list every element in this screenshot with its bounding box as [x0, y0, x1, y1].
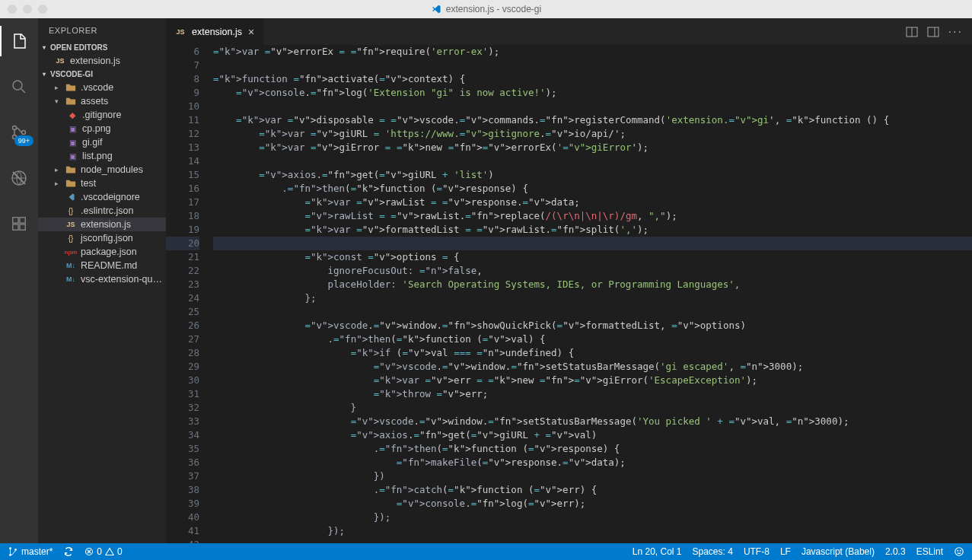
file-label: .gitignore [82, 110, 121, 120]
explorer-sidebar: EXPLORER OPEN EDITORS JS extension.js VS… [38, 18, 166, 543]
maximize-window-icon[interactable] [38, 5, 47, 14]
open-editor-item[interactable]: JS extension.js [38, 54, 166, 68]
file-row[interactable]: ▣list.png [38, 149, 166, 163]
indentation-status[interactable]: Spaces: 4 [693, 546, 733, 557]
window-title: extension.js - vscode-gi [431, 4, 541, 14]
cursor-position-status[interactable]: Ln 20, Col 1 [633, 546, 682, 557]
js-icon: JS [55, 56, 65, 66]
svg-point-17 [960, 550, 961, 551]
file-row[interactable]: ▣gi.gif [38, 135, 166, 149]
sync-status[interactable] [63, 546, 74, 557]
twist-icon: ▸ [55, 84, 61, 91]
minimize-window-icon[interactable] [23, 5, 32, 14]
tab-bar: JS extension.js × ··· [166, 18, 972, 45]
explorer-title: EXPLORER [38, 18, 166, 41]
search-activity-icon[interactable] [0, 72, 38, 102]
file-label: .vscode [81, 82, 113, 93]
title-bar: extension.js - vscode-gi [0, 0, 972, 18]
version-status[interactable]: 2.0.3 [885, 546, 906, 557]
split-editor-icon[interactable] [906, 26, 918, 38]
svg-point-13 [14, 549, 17, 551]
editor-area: JS extension.js × ··· 678910111213141516… [166, 18, 972, 543]
problems-status[interactable]: 0 0 [84, 546, 122, 557]
twist-icon: ▾ [55, 97, 61, 105]
image-icon: ▣ [67, 151, 78, 161]
twist-icon: ▸ [55, 166, 61, 173]
folder-row[interactable]: ▾assets [38, 94, 166, 108]
code-editor[interactable]: 6789101112131415161718192021222324252627… [166, 45, 972, 543]
close-window-icon[interactable] [8, 5, 17, 14]
markdown-icon: M↓ [65, 260, 76, 271]
folder-row[interactable]: ▸node_modules [38, 163, 166, 177]
file-label: node_modules [81, 164, 143, 175]
tab-extension-js[interactable]: JS extension.js × [166, 18, 264, 45]
file-label: package.json [81, 247, 137, 257]
source-control-activity-icon[interactable]: 99+ [0, 117, 38, 148]
vscode-icon [431, 4, 441, 14]
svg-rect-7 [13, 224, 18, 230]
extensions-activity-icon[interactable] [0, 208, 38, 239]
close-tab-icon[interactable]: × [248, 26, 254, 38]
folder-icon [65, 82, 76, 93]
npm-icon: npm [65, 247, 76, 257]
code-content[interactable]: ="k">var ="v">errorEx = ="fn">require('e… [213, 45, 972, 543]
svg-rect-6 [20, 218, 25, 223]
git-branch-status[interactable]: master* [8, 546, 53, 557]
open-editors-section[interactable]: OPEN EDITORS [38, 41, 166, 54]
eslint-status[interactable]: ESLint [916, 546, 943, 557]
file-row[interactable]: ◆.gitignore [38, 108, 166, 122]
svg-point-16 [958, 550, 958, 551]
image-icon: ▣ [67, 137, 78, 148]
vscode-file-icon [65, 192, 76, 202]
svg-point-1 [13, 126, 17, 130]
folder-row[interactable]: ▸.vscode [38, 81, 166, 94]
line-gutter: 6789101112131415161718192021222324252627… [166, 45, 213, 543]
markdown-icon: M↓ [65, 274, 76, 285]
scm-badge: 99+ [14, 135, 33, 146]
project-section[interactable]: VSCODE-GI [38, 68, 166, 81]
json-icon: {} [65, 205, 76, 216]
activity-bar: 99+ [0, 18, 38, 543]
file-label: extension.js [81, 219, 131, 230]
file-row[interactable]: JSextension.js [38, 218, 166, 231]
file-label: jsconfig.json [81, 233, 133, 243]
svg-point-3 [22, 131, 26, 135]
svg-point-15 [955, 548, 964, 556]
file-label: .vscodeignore [81, 192, 140, 202]
file-row[interactable]: npmpackage.json [38, 245, 166, 259]
folder-row[interactable]: ▸test [38, 177, 166, 190]
encoding-status[interactable]: UTF-8 [744, 546, 770, 557]
file-label: list.png [82, 151, 113, 161]
file-label: test [81, 178, 96, 189]
file-row[interactable]: M↓README.md [38, 259, 166, 272]
debug-activity-icon[interactable] [0, 163, 38, 193]
file-label: .eslintrc.json [81, 205, 133, 216]
toggle-panel-icon[interactable] [927, 26, 939, 38]
file-row[interactable]: {}.eslintrc.json [38, 204, 166, 218]
file-row[interactable]: .vscodeignore [38, 190, 166, 204]
more-actions-icon[interactable]: ··· [948, 25, 963, 39]
git-icon: ◆ [67, 110, 78, 120]
feedback-icon[interactable] [954, 546, 964, 557]
file-label: README.md [81, 260, 137, 271]
js-icon: JS [65, 219, 76, 230]
svg-point-11 [9, 547, 11, 549]
file-label: extension.js [70, 56, 120, 66]
json-icon: {} [65, 233, 76, 243]
language-status[interactable]: Javascript (Babel) [802, 546, 875, 557]
file-label: cp.png [82, 123, 111, 134]
svg-rect-8 [20, 224, 25, 230]
twist-icon: ▸ [55, 180, 61, 187]
file-row[interactable]: {}jsconfig.json [38, 231, 166, 245]
file-row[interactable]: M↓vsc-extension-qu… [38, 272, 166, 286]
file-label: vsc-extension-qu… [81, 274, 162, 285]
eol-status[interactable]: LF [780, 546, 791, 557]
tab-label: extension.js [192, 27, 242, 37]
file-row[interactable]: ▣cp.png [38, 122, 166, 135]
js-icon: JS [175, 27, 186, 37]
svg-rect-5 [13, 218, 18, 223]
file-label: gi.gif [82, 137, 102, 148]
image-icon: ▣ [67, 123, 78, 134]
explorer-activity-icon[interactable] [0, 26, 38, 56]
folder-icon [65, 164, 76, 175]
